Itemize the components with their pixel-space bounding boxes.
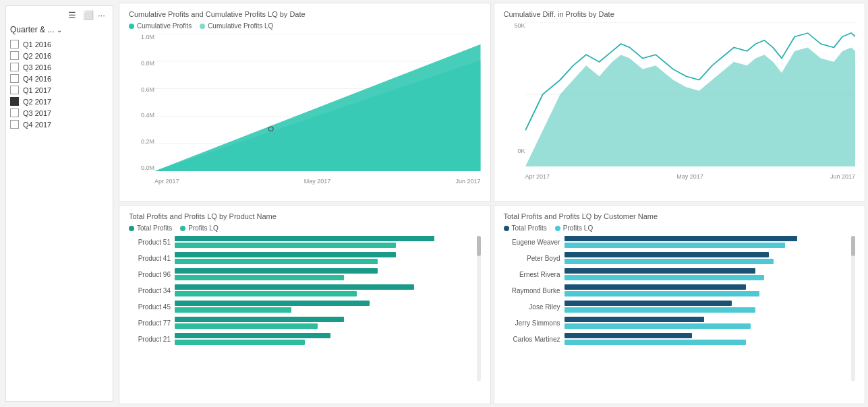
line-chart-svg <box>525 22 856 166</box>
lq-bar <box>565 243 786 248</box>
more-icon[interactable]: ··· <box>98 10 109 21</box>
legend-dot-total <box>129 226 134 231</box>
table-row: Eugene Weaver <box>504 236 856 248</box>
sidebar-label-3: Q4 2016 <box>23 75 51 83</box>
lq-bar <box>565 291 760 296</box>
customer-profits-chart: Total Profits and Profits LQ by Customer… <box>494 205 866 404</box>
checkbox-0[interactable] <box>10 40 19 49</box>
customer-bar-chart: Eugene WeaverPeter BoydErnest RiveraRaym… <box>504 236 856 381</box>
sidebar-label-7: Q4 2017 <box>23 121 51 129</box>
bars-group <box>175 252 481 264</box>
sidebar-item-q3-2016[interactable]: Q3 2016 <box>10 61 109 73</box>
x-axis-label: Jun 2017 <box>455 178 480 185</box>
profit-bar <box>175 317 344 322</box>
scroll-thumb[interactable] <box>477 236 481 256</box>
profit-bar <box>565 236 797 241</box>
product-bar-chart: Product 51Product 41Product 96Product 34… <box>129 236 481 381</box>
lq-bar <box>565 259 774 264</box>
product-profits-chart: Total Profits and Profits LQ by Product … <box>119 205 491 404</box>
profit-bar <box>175 301 370 306</box>
legend-item-profits-lq: Cumulative Profits LQ <box>200 22 273 30</box>
sidebar-item-q2-2016[interactable]: Q2 2016 <box>10 50 109 61</box>
list-item: Eugene Weaver <box>504 239 565 246</box>
checkbox-5[interactable] <box>10 97 19 106</box>
bars-group <box>565 301 856 313</box>
table-row: Raymond Burke <box>504 284 856 296</box>
sidebar-label-6: Q3 2017 <box>23 109 51 117</box>
svg-marker-12 <box>525 47 856 166</box>
sidebar: ☰ ⬜ ··· Quarter & ... ⌄ Q1 2016Q2 2016Q3… <box>5 5 113 402</box>
diff-profits-chart: Cumulative Diff. in Profits by Date 50K … <box>494 3 866 202</box>
sidebar-label-0: Q1 2016 <box>23 40 51 49</box>
profit-bar <box>175 333 330 338</box>
checkbox-6[interactable] <box>10 108 19 117</box>
list-item: Ernest Rivera <box>504 271 565 278</box>
checkbox-1[interactable] <box>10 51 19 60</box>
profit-bar <box>175 268 378 274</box>
checkbox-7[interactable] <box>10 120 19 129</box>
profit-bar <box>175 284 414 290</box>
menu-icon[interactable]: ☰ <box>68 10 79 21</box>
list-item: Product 41 <box>129 255 175 262</box>
scroll-indicator[interactable] <box>477 236 481 381</box>
sidebar-item-q3-2017[interactable]: Q3 2017 <box>10 107 109 119</box>
y-axis-label: 0.8M <box>141 60 154 67</box>
line-chart-area[interactable] <box>525 22 856 166</box>
profit-bar <box>565 268 755 274</box>
sidebar-item-q2-2017[interactable]: Q2 2017 <box>10 96 109 107</box>
legend-customer-lq: Profits LQ <box>555 224 593 232</box>
area-chart-container: 1.0M0.8M0.6M0.4M0.2M0.0M <box>129 34 481 185</box>
sidebar-label-5: Q2 2017 <box>23 98 51 106</box>
checkbox-4[interactable] <box>10 86 19 94</box>
list-item: Jerry Simmons <box>504 319 565 327</box>
table-row: Product 96 <box>129 268 481 280</box>
dashboard: ☰ ⬜ ··· Quarter & ... ⌄ Q1 2016Q2 2016Q3… <box>0 0 868 407</box>
bars-group <box>175 301 481 313</box>
x-label-apr: Apr 2017 <box>525 173 550 180</box>
sidebar-item-q4-2016[interactable]: Q4 2016 <box>10 73 109 84</box>
y-axis-right: 50K 0K <box>504 22 525 166</box>
area-chart-svg <box>154 34 481 171</box>
main-content: Cumulative Profits and Cumulative Profit… <box>119 0 868 407</box>
checkbox-2[interactable] <box>10 63 19 71</box>
table-row: Product 77 <box>129 317 481 329</box>
y-axis-label: 1.0M <box>141 34 154 40</box>
profit-bar <box>565 301 732 306</box>
list-item: Carlos Martinez <box>504 336 565 343</box>
customer-scroll-indicator[interactable] <box>851 236 855 381</box>
table-row: Product 21 <box>129 333 481 345</box>
diff-profits-title: Cumulative Diff. in Profits by Date <box>504 10 856 18</box>
list-item: Product 45 <box>129 303 175 311</box>
sidebar-toolbar: ☰ ⬜ ··· <box>10 10 109 21</box>
legend-item-profits: Cumulative Profits <box>129 22 192 30</box>
x-axis-left: Apr 2017May 2017Jun 2017 <box>154 173 481 185</box>
sidebar-item-q1-2017[interactable]: Q1 2017 <box>10 84 109 96</box>
list-item: Peter Boyd <box>504 255 565 262</box>
lq-bar <box>175 291 357 296</box>
y-axis-label: 0.4M <box>141 112 154 119</box>
expand-icon[interactable]: ⌄ <box>57 26 62 34</box>
y-axis-label: 0.2M <box>141 138 154 145</box>
legend-dot-profits-lq <box>200 24 205 29</box>
table-row: Jose Riley <box>504 301 856 313</box>
sidebar-item-q4-2017[interactable]: Q4 2017 <box>10 119 109 130</box>
checkbox-3[interactable] <box>10 74 19 83</box>
chart-area[interactable] <box>154 34 481 171</box>
lq-bar <box>175 340 305 345</box>
list-item: Product 51 <box>129 239 175 246</box>
cumulative-profits-chart: Cumulative Profits and Cumulative Profit… <box>119 3 491 202</box>
table-row: Jerry Simmons <box>504 317 856 329</box>
customer-scroll-thumb[interactable] <box>851 236 855 256</box>
sidebar-items: Q1 2016Q2 2016Q3 2016Q4 2016Q1 2017Q2 20… <box>10 38 109 130</box>
sidebar-label-2: Q3 2016 <box>23 63 51 71</box>
bars-group <box>565 236 856 248</box>
product-profits-title: Total Profits and Profits LQ by Product … <box>129 212 481 220</box>
sidebar-item-q1-2016[interactable]: Q1 2016 <box>10 38 109 50</box>
chart-icon[interactable]: ⬜ <box>83 10 94 21</box>
bars-group <box>175 236 481 248</box>
legend-total-profits: Total Profits <box>129 224 172 232</box>
lq-bar <box>175 259 378 264</box>
cumulative-profits-legend: Cumulative Profits Cumulative Profits LQ <box>129 22 481 30</box>
product-legend: Total Profits Profits LQ <box>129 224 481 232</box>
list-item: Product 21 <box>129 336 175 343</box>
